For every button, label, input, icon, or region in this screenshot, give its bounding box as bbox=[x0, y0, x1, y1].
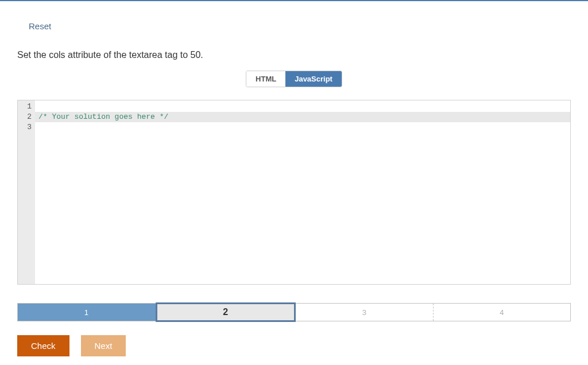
editor-gutter: 1 2 3 bbox=[18, 100, 35, 284]
code-comment: /* Your solution goes here */ bbox=[38, 112, 168, 121]
next-button[interactable]: Next bbox=[81, 335, 126, 356]
code-area[interactable]: /* Your solution goes here */ bbox=[35, 100, 570, 284]
code-line bbox=[38, 102, 567, 112]
check-button[interactable]: Check bbox=[17, 335, 69, 356]
tab-html[interactable]: HTML bbox=[246, 71, 285, 87]
step-4[interactable]: 4 bbox=[434, 304, 571, 321]
instruction-text: Set the cols attribute of the textarea t… bbox=[17, 50, 571, 60]
step-1[interactable]: 1 bbox=[18, 304, 156, 321]
code-line bbox=[38, 122, 567, 133]
tabs: HTML JavaScript bbox=[246, 71, 342, 87]
step-3[interactable]: 3 bbox=[296, 304, 434, 321]
code-editor[interactable]: 1 2 3 /* Your solution goes here */ bbox=[17, 100, 571, 285]
tab-javascript[interactable]: JavaScript bbox=[285, 71, 342, 87]
tabs-container: HTML JavaScript bbox=[17, 71, 571, 87]
line-number: 2 bbox=[19, 112, 32, 122]
line-number: 3 bbox=[19, 122, 32, 133]
reset-link[interactable]: Reset bbox=[29, 21, 51, 31]
code-line: /* Your solution goes here */ bbox=[35, 112, 570, 122]
line-number: 1 bbox=[19, 102, 32, 112]
question-stepper: 1 2 3 4 bbox=[17, 303, 571, 321]
step-2[interactable]: 2 bbox=[156, 302, 296, 322]
action-buttons: Check Next bbox=[17, 335, 571, 356]
